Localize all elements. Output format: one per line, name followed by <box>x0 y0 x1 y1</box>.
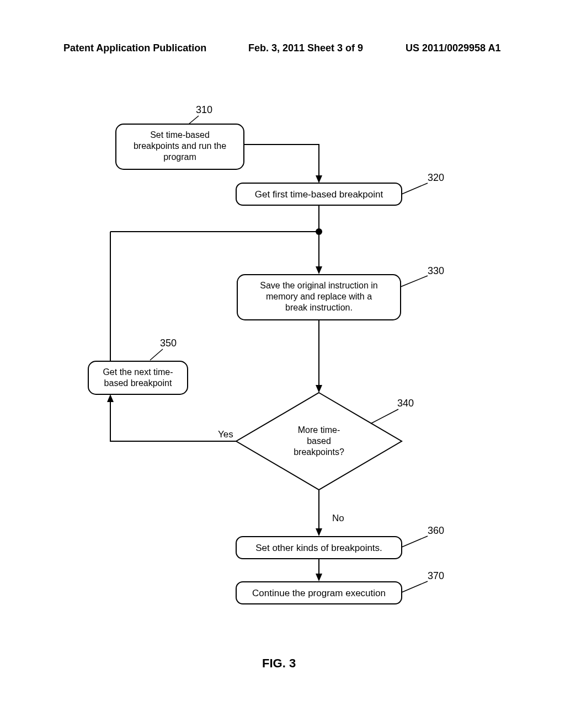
leader-350 <box>150 349 163 360</box>
step-310-line2: breakpoints and run the <box>134 141 226 151</box>
step-320: Get first time-based breakpoint <box>236 183 402 205</box>
step-310-line1: Set time-based <box>150 130 210 140</box>
decision-340-line3: breakpoints? <box>294 447 344 457</box>
leader-340 <box>371 409 398 424</box>
figure-caption: FIG. 3 <box>262 656 296 671</box>
leader-370 <box>402 581 428 592</box>
arrow-310-320 <box>244 144 319 182</box>
label-no: No <box>332 513 344 523</box>
step-330-line3: break instruction. <box>285 303 353 312</box>
leader-360 <box>402 536 428 547</box>
step-360-text: Set other kinds of breakpoints. <box>255 543 382 553</box>
label-350: 350 <box>160 338 177 349</box>
step-350: Get the next time- based breakpoint <box>88 361 188 394</box>
step-330: Save the original instruction in memory … <box>237 275 401 320</box>
flowchart: Set time-based breakpoints and run the p… <box>0 0 565 728</box>
decision-340-line2: based <box>307 436 331 446</box>
arrow-yes-350 <box>110 395 236 441</box>
step-360: Set other kinds of breakpoints. <box>236 537 402 559</box>
leader-320 <box>402 183 428 194</box>
decision-340: More time- based breakpoints? <box>236 393 402 490</box>
page: Patent Application Publication Feb. 3, 2… <box>0 0 565 728</box>
label-330: 330 <box>428 265 444 276</box>
decision-340-line1: More time- <box>298 425 340 435</box>
step-370-text: Continue the program execution <box>252 588 386 598</box>
label-yes: Yes <box>218 429 233 440</box>
label-310: 310 <box>196 104 212 115</box>
leader-330 <box>401 276 428 287</box>
step-370: Continue the program execution <box>236 582 402 604</box>
step-350-line1: Get the next time- <box>103 367 173 377</box>
label-320: 320 <box>428 172 444 183</box>
label-360: 360 <box>428 525 444 536</box>
step-320-text: Get first time-based breakpoint <box>255 189 383 200</box>
step-330-line1: Save the original instruction in <box>260 281 377 290</box>
step-310: Set time-based breakpoints and run the p… <box>116 124 244 169</box>
step-330-line2: memory and replace with a <box>266 292 372 301</box>
step-350-line2: based breakpoint <box>104 378 172 388</box>
step-310-line3: program <box>163 152 196 162</box>
label-340: 340 <box>397 398 414 409</box>
leader-310 <box>189 116 199 124</box>
label-370: 370 <box>428 570 444 581</box>
svg-rect-3 <box>88 361 188 394</box>
